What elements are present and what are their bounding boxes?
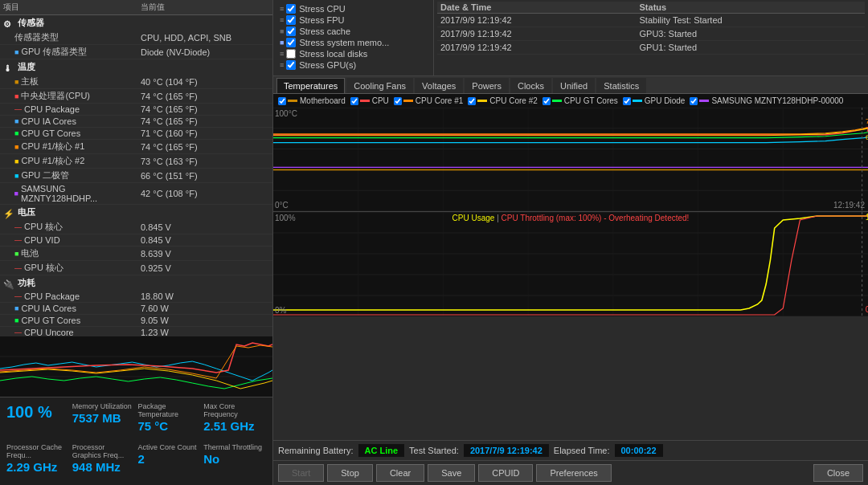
legend-cpu-cb[interactable] [350, 97, 358, 105]
cpu-chart-svg: 100% 0% [273, 212, 868, 316]
sensor-table: ⚙ 传感器 传感器类型 CPU, HDD, ACPI, SNB ■ GPU 传感… [0, 15, 272, 336]
clear-button[interactable]: Clear [376, 464, 424, 482]
tab-clocks[interactable]: Clocks [510, 78, 551, 93]
gpu-sensor-value: Diode (NV-Diode) [141, 47, 269, 57]
tab-powers[interactable]: Powers [465, 78, 509, 93]
stress-gpu-row[interactable]: ≡ Stress GPU(s) [280, 59, 427, 71]
stress-fpu-row[interactable]: ≡ Stress FPU [280, 14, 427, 26]
list-item: —CPU Package 74 °C (165 °F) [0, 104, 272, 116]
tab-cooling-fans[interactable]: Cooling Fans [346, 78, 413, 93]
mem-util-label: Memory Utilization [72, 402, 135, 410]
list-item: ■SAMSUNG MZNTY128HDHP... 42 °C (108 °F) [0, 183, 272, 205]
left-panel: 项目 当前值 ⚙ 传感器 传感器类型 CPU, HDD, ACPI, SNB ■… [0, 0, 273, 485]
list-item: ■CPU #1/核心 #2 73 °C (163 °F) [0, 154, 272, 169]
temp-chart-time: 12:19:42 [833, 201, 865, 210]
usage-value: 100 % [6, 403, 69, 422]
tab-statistics[interactable]: Statistics [596, 78, 646, 93]
stress-disks-checkbox[interactable] [286, 49, 296, 59]
cpu-usage-title: CPU Usage [452, 214, 495, 222]
start-button[interactable]: Start [278, 464, 324, 482]
legend-cpu-core2-cb[interactable] [468, 97, 476, 105]
stress-cache-label: Stress cache [299, 26, 350, 36]
cpu-chart-y-min: 0% [275, 306, 286, 315]
legend-cpu-gt-label: CPU GT Cores [564, 96, 618, 105]
proc-graphics-value: 948 MHz [72, 460, 135, 474]
legend-cpu-core1[interactable]: CPU Core #1 [394, 96, 463, 105]
status-msg-3: GPU1: Started [637, 41, 865, 55]
list-item: ■CPU IA Cores 7.60 W [0, 303, 272, 315]
stop-button[interactable]: Stop [327, 464, 373, 482]
test-started-value: 2017/7/9 12:19:42 [464, 444, 549, 457]
bottom-bar: Remaining Battery: AC Line Test Started:… [273, 440, 868, 460]
list-item: ■CPU IA Cores 74 °C (165 °F) [0, 116, 272, 128]
stress-cpu-label: Stress CPU [299, 4, 345, 14]
throttling-value: No [203, 452, 266, 466]
tab-unified[interactable]: Unified [553, 78, 595, 93]
throttling-label: Thermal Throttling [203, 443, 266, 451]
status-col-time: Date & Time [437, 2, 637, 14]
legend-gpu-diode-label: GPU Diode [645, 96, 686, 105]
stat-pkg-temp: Package Temperature 75 °C [138, 402, 201, 440]
legend-samsung[interactable]: SAMSUNG MZNTY128HDHP-00000 [690, 96, 843, 105]
preferences-button[interactable]: Preferences [536, 464, 611, 482]
status-row-1: 2017/9/9 12:19:42 Stability Test: Starte… [437, 14, 865, 27]
list-item: 传感器类型 CPU, HDD, ACPI, SNB [0, 31, 272, 45]
list-item: —CPU Uncore 1.23 W [0, 327, 272, 336]
stress-cpu-checkbox[interactable] [286, 4, 296, 14]
tab-voltages[interactable]: Voltages [415, 78, 463, 93]
stress-fpu-checkbox[interactable] [286, 15, 296, 25]
cpuid-button[interactable]: CPUID [478, 464, 533, 482]
proc-graphics-label: Processor Graphics Freq... [72, 443, 135, 459]
stress-disks-row[interactable]: ≡ Stress local disks [280, 48, 427, 59]
list-item: ■中央处理器(CPU) 74 °C (165 °F) [0, 89, 272, 104]
stat-proc-graphics: Processor Graphics Freq... 948 MHz [72, 443, 135, 481]
tab-temperatures[interactable]: Temperatures [276, 78, 345, 93]
legend-gpu-diode[interactable]: GPU Diode [623, 96, 686, 105]
temp-chart-y-min: 0°C [275, 201, 289, 210]
right-panel: ≡ Stress CPU ≡ Stress FPU ■ Stress cache… [273, 0, 868, 485]
status-table: Date & Time Status 2017/9/9 12:19:42 Sta… [437, 2, 865, 55]
sensor-type-label: 传感器类型 [14, 31, 59, 43]
list-item: ■CPU GT Cores 71 °C (160 °F) [0, 128, 272, 140]
mem-util-value: 7537 MB [72, 411, 135, 425]
stress-memory-label: Stress system memo... [299, 38, 389, 47]
status-col-status: Status [637, 2, 865, 14]
legend-cpu[interactable]: CPU [350, 96, 389, 105]
status-row-2: 2017/9/9 12:19:42 GPU3: Started [437, 27, 865, 41]
legend-cpu-gt-cb[interactable] [542, 97, 551, 105]
table-header: 项目 当前值 [0, 0, 272, 15]
legend-cpu-core1-cb[interactable] [394, 97, 402, 105]
elapsed-label: Elapsed Time: [554, 446, 610, 455]
legend-motherboard[interactable]: Motherboard [278, 96, 346, 105]
stress-cache-checkbox[interactable] [286, 26, 296, 36]
col2-header: 当前值 [141, 2, 269, 13]
stat-usage: 100 % [6, 402, 69, 440]
temp-chart-y-max: 100°C [275, 109, 297, 118]
charts-container: 100°C 0°C [273, 108, 868, 440]
close-button[interactable]: Close [813, 464, 863, 482]
action-buttons: Start Stop Clear Save CPUID Preferences … [273, 460, 868, 485]
stress-cpu-row[interactable]: ≡ Stress CPU [280, 3, 427, 14]
stress-gpu-checkbox[interactable] [286, 60, 296, 70]
legend-samsung-label: SAMSUNG MZNTY128HDHP-00000 [711, 96, 843, 105]
legend-samsung-cb[interactable] [690, 97, 698, 105]
legend-cpu-core2[interactable]: CPU Core #2 [468, 96, 537, 105]
stress-cache-row[interactable]: ■ Stress cache [280, 26, 427, 37]
stress-memory-row[interactable]: ■ Stress system memo... [280, 37, 427, 48]
stress-fpu-label: Stress FPU [299, 15, 344, 25]
list-item: ■CPU #1/核心 #1 74 °C (165 °F) [0, 140, 272, 154]
section-voltage: ⚡ 电压 [0, 205, 272, 220]
list-item: ■主板 40 °C (104 °F) [0, 75, 272, 89]
list-item: —CPU 核心 0.845 V [0, 220, 272, 234]
legend-gpu-diode-cb[interactable] [623, 97, 631, 105]
list-item: ■电池 8.639 V [0, 247, 272, 261]
save-button[interactable]: Save [428, 464, 475, 482]
stress-memory-checkbox[interactable] [286, 38, 296, 47]
test-started-label: Test Started: [409, 446, 459, 455]
section-temperature: 🌡 温度 [0, 59, 272, 75]
mini-chart-svg [0, 336, 272, 397]
legend-cpu-gt-cores[interactable]: CPU GT Cores [542, 96, 618, 105]
status-area: Date & Time Status 2017/9/9 12:19:42 Sta… [434, 0, 868, 75]
status-time-2: 2017/9/9 12:19:42 [437, 27, 637, 41]
legend-motherboard-cb[interactable] [278, 97, 286, 105]
